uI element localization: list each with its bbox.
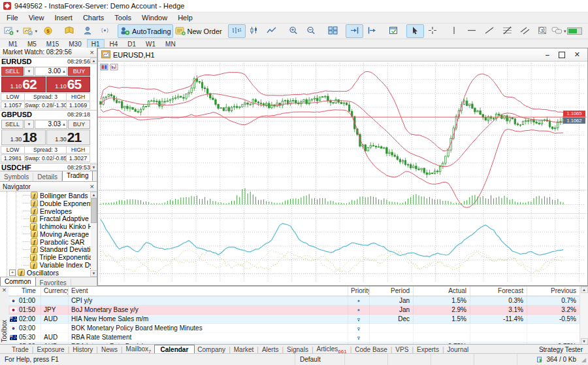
calendar-event-row[interactable]: 03:00BOK Monetary Policy Board Meeting M…	[8, 324, 580, 333]
market-watch-tab-tick[interactable]: Tick	[93, 173, 97, 181]
tile-windows-button[interactable]	[324, 24, 342, 38]
buy-button[interactable]: BUY	[68, 120, 90, 129]
column-header-event[interactable]: Event	[69, 287, 348, 296]
calendar-event-row[interactable]: 02:00AUDHIA New Home Sales m/mDec1.5%-11…	[8, 315, 580, 324]
navigator-item[interactable]: fIchimoku Kinko Hyo	[0, 222, 97, 230]
symbol-block-usdchf[interactable]: USDCHF08:29:53SELL▼3.00▲BUY	[0, 164, 97, 171]
bid-price-box[interactable]: 1.1062	[1, 77, 46, 92]
toolbox-tab-code-base[interactable]: Code Base	[352, 346, 389, 353]
spinner-up-icon[interactable]: ▲	[62, 122, 66, 126]
bar-chart-button[interactable]: 1	[228, 24, 246, 38]
equidistant-channel-button[interactable]	[516, 24, 534, 38]
cursor-button[interactable]	[406, 24, 424, 38]
scroll-up-icon[interactable]: ▲	[581, 287, 588, 293]
toolbox-tab-journal[interactable]: Journal	[445, 346, 472, 353]
column-header-time[interactable]: Time	[8, 287, 41, 296]
navigator-item[interactable]: fStandard Deviation	[0, 246, 97, 254]
navigator-item[interactable]: fDouble Exponential	[0, 200, 97, 207]
crosshair-button[interactable]	[424, 24, 442, 38]
new-order-note-button[interactable]: New Order	[173, 24, 224, 38]
menu-item-tools[interactable]: Tools	[109, 12, 137, 23]
menu-item-file[interactable]: File	[1, 12, 24, 23]
navigator-item[interactable]: fParabolic SAR	[0, 238, 97, 246]
zoom-out-button[interactable]	[302, 24, 320, 38]
column-header-currency[interactable]: Currency	[41, 287, 69, 296]
navigator-item-oscillators[interactable]: +fOscillators	[0, 269, 97, 277]
volume-input[interactable]: 3.03▲	[35, 120, 67, 129]
trend-line-button[interactable]	[481, 24, 498, 38]
chart-shift-button[interactable]	[363, 24, 381, 38]
toolbox-tab-exposure[interactable]: Exposure	[34, 346, 67, 353]
toolbox-tab-company[interactable]: Company	[195, 346, 228, 353]
spinner-up-icon[interactable]: ▲	[62, 69, 66, 73]
close-button[interactable]: ✕	[574, 50, 580, 59]
calendar-event-row[interactable]: 01:50JPYBoJ Monetary Base y/yJan2.9%3.1%…	[8, 305, 580, 315]
toolbox-tab-trade[interactable]: Trade	[9, 346, 31, 353]
toolbox-book-button[interactable]	[61, 24, 78, 38]
symbol-block-eurusd[interactable]: EURUSD08:29:56SELL▼3.00▲BUY1.10621.1065L…	[0, 58, 97, 111]
toolbox-tab-market[interactable]: Market	[231, 346, 257, 353]
search-icon[interactable]	[538, 26, 547, 36]
ask-price-box[interactable]: 1.3021	[46, 130, 91, 145]
line-chart-button[interactable]	[263, 24, 281, 38]
menu-item-window[interactable]: Window	[137, 12, 172, 23]
scroll-down-icon[interactable]: ▼	[90, 164, 97, 171]
horizontal-line-button[interactable]	[463, 24, 481, 38]
column-header-priority[interactable]: Priority	[348, 287, 370, 296]
menu-item-insert[interactable]: Insert	[49, 12, 78, 23]
status-profile[interactable]: Default	[295, 354, 345, 365]
toolbox-tab-history[interactable]: History	[70, 346, 95, 353]
community-person-button[interactable]	[78, 24, 96, 38]
close-icon[interactable]: ×	[2, 287, 6, 293]
market-watch-scrollbar[interactable]: ▲▼	[91, 58, 97, 171]
column-header-previous[interactable]: Previous	[527, 287, 580, 296]
scroll-up-icon[interactable]: ▲	[90, 192, 97, 198]
menu-item-view[interactable]: View	[24, 12, 50, 23]
column-header-forecast[interactable]: Forecast	[470, 287, 527, 296]
sell-button[interactable]: SELL	[1, 120, 24, 129]
calendar-scrollbar[interactable]: ▲ ▼	[580, 287, 588, 345]
new-chart-button[interactable]: ▾	[2, 24, 21, 38]
column-header-period[interactable]: Period	[370, 287, 414, 296]
menu-item-help[interactable]: Help	[172, 12, 198, 23]
close-icon[interactable]: ×	[90, 49, 94, 56]
auto-scroll-button[interactable]	[346, 24, 363, 38]
market-watch-money-button[interactable]: $	[39, 24, 57, 38]
volume-dropdown-button[interactable]: ▼	[24, 120, 34, 129]
symbol-block-gbpusd[interactable]: GBPUSD08:29:18SELL▼3.03▲BUY1.30181.3021L…	[0, 111, 97, 164]
profiles-button[interactable]: ▾	[21, 24, 40, 38]
toolbox-tab-experts[interactable]: Experts	[414, 346, 442, 353]
toolbox-tab-signals[interactable]: Signals	[284, 346, 311, 353]
bid-price-box[interactable]: 1.3018	[1, 130, 46, 145]
navigator-item[interactable]: fTriple Exponential M	[0, 253, 97, 261]
close-icon[interactable]: ×	[90, 183, 94, 190]
ask-price-box[interactable]: 1.1065	[46, 77, 91, 92]
scrollbar-thumb[interactable]	[91, 198, 97, 223]
toolbox-tab-alerts[interactable]: Alerts	[259, 346, 282, 353]
market-watch-tab-trading[interactable]: Trading	[62, 171, 93, 181]
expand-plus-icon[interactable]: +	[9, 269, 16, 276]
strategy-tester-label[interactable]: Strategy Tester	[539, 346, 588, 353]
broadcast-signal-button[interactable]	[96, 24, 114, 38]
calendar-event-row[interactable]: 01:00CPI y/yJan1.5%0.3%0.7%	[8, 296, 580, 305]
market-watch-tab-symbols[interactable]: Symbols	[0, 173, 33, 181]
toolbox-tab-vps[interactable]: VPS	[393, 346, 411, 353]
autotrading-robot-button[interactable]: AutoTrading	[118, 24, 173, 38]
chart-template-button[interactable]	[385, 24, 402, 38]
candle-chart-button[interactable]	[246, 24, 263, 38]
scroll-up-icon[interactable]: ▲	[90, 58, 97, 64]
calendar-event-row[interactable]: 05:30AUDRBA Rate Statement	[8, 333, 580, 342]
maximize-button[interactable]	[559, 52, 565, 58]
navigator-item[interactable]: fFractal Adaptive Mo	[0, 215, 97, 222]
toolbox-tab-news[interactable]: News	[99, 346, 120, 353]
navigator-item[interactable]: fEnvelopes	[0, 207, 97, 215]
scroll-down-icon[interactable]: ▼	[90, 270, 97, 277]
buy-button[interactable]: BUY	[68, 67, 90, 76]
fibonacci-button[interactable]	[498, 24, 516, 38]
column-header-actual[interactable]: Actual	[414, 287, 470, 296]
menu-item-charts[interactable]: Charts	[78, 12, 109, 23]
chat-icon[interactable]	[551, 27, 563, 36]
navigator-item[interactable]: fMoving Average	[0, 230, 97, 238]
vertical-line-button[interactable]	[446, 24, 463, 38]
sell-button[interactable]: SELL	[1, 67, 24, 76]
